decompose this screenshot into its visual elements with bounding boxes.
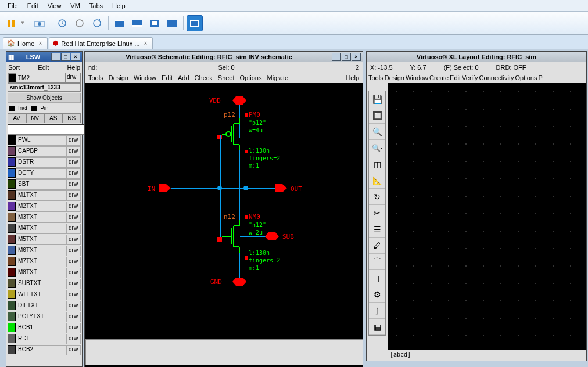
menu-edit[interactable]: Edit: [160, 74, 174, 81]
menu-help[interactable]: Help: [344, 74, 361, 81]
close-icon[interactable]: ×: [142, 40, 149, 47]
minimize-button[interactable]: _: [51, 53, 60, 61]
wave-icon[interactable]: ∫: [369, 303, 385, 319]
menu-verify[interactable]: Verify: [462, 74, 478, 81]
menu-connectivity[interactable]: Connectivity: [479, 74, 514, 81]
layer-swatch: [8, 268, 16, 277]
layout-titlebar[interactable]: Virtuoso® XL Layout Editing: RFIC_sim: [367, 52, 586, 62]
maximize-button[interactable]: □: [342, 53, 351, 61]
menu-view[interactable]: View: [43, 1, 66, 10]
lsw-edit[interactable]: Edit: [38, 64, 49, 71]
layer-row[interactable]: POLYTXT drw: [8, 312, 81, 322]
view1-icon[interactable]: [112, 15, 128, 31]
layer-row[interactable]: M2TXT drw: [8, 202, 81, 212]
lsw-help[interactable]: Help: [67, 64, 80, 71]
grid-icon[interactable]: ▦: [369, 319, 385, 335]
layer-row[interactable]: DIFTXT drw: [8, 301, 81, 311]
tab-home[interactable]: 🏠 Home ×: [3, 37, 48, 49]
layer-row[interactable]: SUBTXT drw: [8, 279, 81, 289]
snapshot-button[interactable]: [31, 15, 48, 31]
fit-icon[interactable]: 🔲: [369, 107, 385, 124]
view3-icon[interactable]: [146, 15, 163, 31]
menu-tools[interactable]: Tools: [87, 74, 105, 81]
minimize-button[interactable]: _: [332, 53, 341, 61]
layer-row[interactable]: CAPBP drw: [8, 146, 81, 157]
layer-row[interactable]: BCB2 drw: [8, 345, 81, 355]
cut-icon[interactable]: ✂: [369, 205, 385, 221]
gears-icon[interactable]: ⚙: [369, 286, 385, 303]
menu-help[interactable]: Help: [107, 1, 130, 10]
maximize-button[interactable]: □: [61, 53, 70, 61]
close-button[interactable]: ×: [352, 53, 361, 61]
menu-design[interactable]: Design: [107, 74, 130, 81]
view2-icon[interactable]: [129, 15, 145, 31]
layer-row[interactable]: PWL drw: [8, 135, 81, 146]
pin-checkbox[interactable]: [31, 106, 37, 111]
menu-check[interactable]: Check: [193, 74, 214, 81]
layer-row[interactable]: M6TXT drw: [8, 246, 81, 256]
menu-edit[interactable]: Edit: [23, 1, 43, 10]
menu-options[interactable]: Options: [238, 74, 264, 81]
zoom-in-icon[interactable]: 🔍: [369, 124, 385, 140]
sliders-icon[interactable]: ☰: [369, 221, 385, 238]
menu-design[interactable]: Design: [385, 74, 404, 81]
layer-row[interactable]: SBT drw: [8, 179, 81, 190]
schematic-canvas[interactable]: VDD p12 PM0 "p12" w=4u l:130n fingers=2 …: [85, 83, 363, 367]
menu-tabs[interactable]: Tabs: [85, 1, 107, 10]
ns-button[interactable]: NS: [63, 113, 81, 123]
suspend-button[interactable]: [3, 15, 19, 31]
layer-drv: drw: [67, 213, 81, 223]
split-icon[interactable]: ◫: [369, 156, 385, 172]
layout-canvas[interactable]: [388, 83, 586, 350]
pen-icon[interactable]: 🖊: [369, 238, 385, 254]
ruler-icon[interactable]: 📐: [369, 172, 385, 189]
layer-row[interactable]: M3TXT drw: [8, 213, 81, 223]
equalizer-icon[interactable]: ⫼: [369, 270, 385, 286]
as-button[interactable]: AS: [44, 113, 63, 123]
show-objects-button[interactable]: Show Objects: [8, 93, 81, 103]
layer-row[interactable]: RDL drw: [8, 334, 81, 344]
clock2-icon[interactable]: [71, 15, 88, 31]
close-icon[interactable]: ×: [37, 40, 44, 47]
zoom-out-icon[interactable]: 🔍-: [369, 140, 385, 156]
schematic-titlebar[interactable]: Virtuoso® Schematic Editing: RFIC_sim IN…: [85, 52, 363, 62]
clock3-icon[interactable]: [89, 15, 105, 31]
lsw-sort[interactable]: Sort: [8, 64, 20, 71]
snap-icon[interactable]: ⌒: [369, 254, 385, 270]
clock1-icon[interactable]: [54, 15, 70, 31]
lsw-current-layer[interactable]: TM2 drw: [8, 73, 81, 83]
layer-row[interactable]: WELTXT drw: [8, 290, 81, 300]
av-button[interactable]: AV: [8, 113, 26, 123]
menu-edit[interactable]: Edit: [450, 74, 461, 81]
unity-active-icon[interactable]: [187, 15, 203, 31]
menu-options[interactable]: Options: [515, 74, 537, 81]
menu-file[interactable]: File: [3, 1, 23, 10]
menu-vm[interactable]: VM: [66, 1, 85, 10]
menu-p[interactable]: P: [538, 74, 542, 81]
menu-window[interactable]: Window: [406, 74, 428, 81]
close-button[interactable]: ×: [71, 53, 80, 61]
menu-migrate[interactable]: Migrate: [265, 74, 290, 81]
menu-create[interactable]: Create: [429, 74, 449, 81]
nv-button[interactable]: NV: [26, 113, 45, 123]
menu-add[interactable]: Add: [176, 74, 191, 81]
view4-icon[interactable]: [164, 15, 180, 31]
layer-row[interactable]: M5TXT drw: [8, 235, 81, 245]
layer-row[interactable]: M1TXT drw: [8, 190, 81, 201]
tab-redhat[interactable]: ⬢ Red Hat Enterprise Linux ... ×: [49, 37, 153, 49]
layer-swatch: [8, 257, 16, 266]
layer-row[interactable]: M8TXT drw: [8, 268, 81, 278]
layer-row[interactable]: M7TXT drw: [8, 257, 81, 267]
menu-tools[interactable]: Tools: [368, 74, 383, 81]
inst-checkbox[interactable]: [9, 106, 15, 111]
layer-row[interactable]: DCTY drw: [8, 168, 81, 179]
layer-row[interactable]: M4TXT drw: [8, 224, 81, 234]
save-icon[interactable]: 💾: [369, 91, 385, 107]
layer-row[interactable]: DSTR drw: [8, 157, 81, 168]
layer-name: WELTXT: [16, 290, 67, 300]
rotate-icon[interactable]: ↻: [369, 189, 385, 205]
layer-row[interactable]: BCB1 drw: [8, 323, 81, 333]
menu-window[interactable]: Window: [132, 74, 158, 81]
lsw-titlebar[interactable]: ▦ LSW _ □ ×: [6, 52, 82, 62]
menu-sheet[interactable]: Sheet: [216, 74, 236, 81]
